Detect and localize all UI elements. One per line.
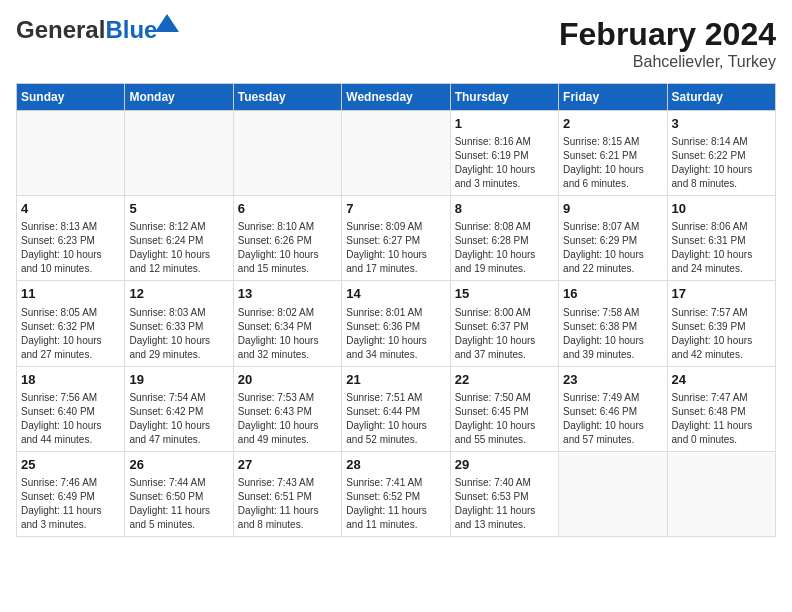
day-number: 10: [672, 200, 771, 218]
calendar-header-row: SundayMondayTuesdayWednesdayThursdayFrid…: [17, 84, 776, 111]
calendar-week-1: 4Sunrise: 8:13 AM Sunset: 6:23 PM Daylig…: [17, 196, 776, 281]
calendar-week-3: 18Sunrise: 7:56 AM Sunset: 6:40 PM Dayli…: [17, 366, 776, 451]
day-number: 3: [672, 115, 771, 133]
calendar-cell: 10Sunrise: 8:06 AM Sunset: 6:31 PM Dayli…: [667, 196, 775, 281]
calendar-cell: [233, 111, 341, 196]
day-info: Sunrise: 8:02 AM Sunset: 6:34 PM Dayligh…: [238, 306, 337, 362]
day-info: Sunrise: 8:01 AM Sunset: 6:36 PM Dayligh…: [346, 306, 445, 362]
calendar-cell: 19Sunrise: 7:54 AM Sunset: 6:42 PM Dayli…: [125, 366, 233, 451]
day-number: 2: [563, 115, 662, 133]
calendar-cell: 16Sunrise: 7:58 AM Sunset: 6:38 PM Dayli…: [559, 281, 667, 366]
calendar-cell: 5Sunrise: 8:12 AM Sunset: 6:24 PM Daylig…: [125, 196, 233, 281]
day-number: 5: [129, 200, 228, 218]
calendar-cell: 9Sunrise: 8:07 AM Sunset: 6:29 PM Daylig…: [559, 196, 667, 281]
calendar-cell: [125, 111, 233, 196]
day-number: 8: [455, 200, 554, 218]
day-info: Sunrise: 7:58 AM Sunset: 6:38 PM Dayligh…: [563, 306, 662, 362]
calendar-cell: 28Sunrise: 7:41 AM Sunset: 6:52 PM Dayli…: [342, 451, 450, 536]
calendar-cell: [342, 111, 450, 196]
day-info: Sunrise: 8:10 AM Sunset: 6:26 PM Dayligh…: [238, 220, 337, 276]
calendar-cell: 29Sunrise: 7:40 AM Sunset: 6:53 PM Dayli…: [450, 451, 558, 536]
calendar-table: SundayMondayTuesdayWednesdayThursdayFrid…: [16, 83, 776, 537]
calendar-cell: [17, 111, 125, 196]
calendar-cell: 3Sunrise: 8:14 AM Sunset: 6:22 PM Daylig…: [667, 111, 775, 196]
day-number: 20: [238, 371, 337, 389]
page-header: GeneralBlue February 2024 Bahcelievler, …: [16, 16, 776, 71]
calendar-cell: 2Sunrise: 8:15 AM Sunset: 6:21 PM Daylig…: [559, 111, 667, 196]
header-saturday: Saturday: [667, 84, 775, 111]
logo-arrow-icon: [155, 14, 179, 32]
day-info: Sunrise: 7:50 AM Sunset: 6:45 PM Dayligh…: [455, 391, 554, 447]
day-info: Sunrise: 7:43 AM Sunset: 6:51 PM Dayligh…: [238, 476, 337, 532]
day-number: 13: [238, 285, 337, 303]
calendar-week-2: 11Sunrise: 8:05 AM Sunset: 6:32 PM Dayli…: [17, 281, 776, 366]
day-info: Sunrise: 7:47 AM Sunset: 6:48 PM Dayligh…: [672, 391, 771, 447]
day-info: Sunrise: 8:03 AM Sunset: 6:33 PM Dayligh…: [129, 306, 228, 362]
day-info: Sunrise: 7:49 AM Sunset: 6:46 PM Dayligh…: [563, 391, 662, 447]
day-number: 4: [21, 200, 120, 218]
day-info: Sunrise: 7:44 AM Sunset: 6:50 PM Dayligh…: [129, 476, 228, 532]
day-info: Sunrise: 8:09 AM Sunset: 6:27 PM Dayligh…: [346, 220, 445, 276]
day-info: Sunrise: 8:15 AM Sunset: 6:21 PM Dayligh…: [563, 135, 662, 191]
calendar-cell: 4Sunrise: 8:13 AM Sunset: 6:23 PM Daylig…: [17, 196, 125, 281]
day-info: Sunrise: 8:06 AM Sunset: 6:31 PM Dayligh…: [672, 220, 771, 276]
calendar-cell: 23Sunrise: 7:49 AM Sunset: 6:46 PM Dayli…: [559, 366, 667, 451]
header-friday: Friday: [559, 84, 667, 111]
calendar-cell: 14Sunrise: 8:01 AM Sunset: 6:36 PM Dayli…: [342, 281, 450, 366]
day-info: Sunrise: 7:41 AM Sunset: 6:52 PM Dayligh…: [346, 476, 445, 532]
header-wednesday: Wednesday: [342, 84, 450, 111]
calendar-cell: [559, 451, 667, 536]
day-number: 6: [238, 200, 337, 218]
calendar-cell: 24Sunrise: 7:47 AM Sunset: 6:48 PM Dayli…: [667, 366, 775, 451]
calendar-cell: 27Sunrise: 7:43 AM Sunset: 6:51 PM Dayli…: [233, 451, 341, 536]
calendar-cell: 17Sunrise: 7:57 AM Sunset: 6:39 PM Dayli…: [667, 281, 775, 366]
day-info: Sunrise: 7:56 AM Sunset: 6:40 PM Dayligh…: [21, 391, 120, 447]
day-number: 21: [346, 371, 445, 389]
day-info: Sunrise: 7:54 AM Sunset: 6:42 PM Dayligh…: [129, 391, 228, 447]
calendar-cell: 13Sunrise: 8:02 AM Sunset: 6:34 PM Dayli…: [233, 281, 341, 366]
day-info: Sunrise: 8:00 AM Sunset: 6:37 PM Dayligh…: [455, 306, 554, 362]
calendar-cell: 1Sunrise: 8:16 AM Sunset: 6:19 PM Daylig…: [450, 111, 558, 196]
day-info: Sunrise: 8:13 AM Sunset: 6:23 PM Dayligh…: [21, 220, 120, 276]
calendar-cell: 6Sunrise: 8:10 AM Sunset: 6:26 PM Daylig…: [233, 196, 341, 281]
calendar-cell: 8Sunrise: 8:08 AM Sunset: 6:28 PM Daylig…: [450, 196, 558, 281]
day-info: Sunrise: 8:05 AM Sunset: 6:32 PM Dayligh…: [21, 306, 120, 362]
day-info: Sunrise: 7:46 AM Sunset: 6:49 PM Dayligh…: [21, 476, 120, 532]
day-info: Sunrise: 7:53 AM Sunset: 6:43 PM Dayligh…: [238, 391, 337, 447]
day-number: 24: [672, 371, 771, 389]
calendar-cell: 21Sunrise: 7:51 AM Sunset: 6:44 PM Dayli…: [342, 366, 450, 451]
calendar-week-4: 25Sunrise: 7:46 AM Sunset: 6:49 PM Dayli…: [17, 451, 776, 536]
calendar-cell: 18Sunrise: 7:56 AM Sunset: 6:40 PM Dayli…: [17, 366, 125, 451]
day-number: 23: [563, 371, 662, 389]
logo-text: GeneralBlue: [16, 16, 157, 43]
title-area: February 2024 Bahcelievler, Turkey: [559, 16, 776, 71]
calendar-cell: 7Sunrise: 8:09 AM Sunset: 6:27 PM Daylig…: [342, 196, 450, 281]
header-thursday: Thursday: [450, 84, 558, 111]
calendar-cell: 22Sunrise: 7:50 AM Sunset: 6:45 PM Dayli…: [450, 366, 558, 451]
day-number: 19: [129, 371, 228, 389]
day-number: 28: [346, 456, 445, 474]
day-number: 26: [129, 456, 228, 474]
day-number: 7: [346, 200, 445, 218]
day-info: Sunrise: 8:12 AM Sunset: 6:24 PM Dayligh…: [129, 220, 228, 276]
day-number: 27: [238, 456, 337, 474]
day-number: 29: [455, 456, 554, 474]
day-info: Sunrise: 8:16 AM Sunset: 6:19 PM Dayligh…: [455, 135, 554, 191]
day-number: 18: [21, 371, 120, 389]
day-number: 17: [672, 285, 771, 303]
calendar-cell: 11Sunrise: 8:05 AM Sunset: 6:32 PM Dayli…: [17, 281, 125, 366]
svg-marker-0: [155, 14, 179, 32]
calendar-cell: 26Sunrise: 7:44 AM Sunset: 6:50 PM Dayli…: [125, 451, 233, 536]
calendar-cell: 25Sunrise: 7:46 AM Sunset: 6:49 PM Dayli…: [17, 451, 125, 536]
day-info: Sunrise: 8:08 AM Sunset: 6:28 PM Dayligh…: [455, 220, 554, 276]
day-number: 1: [455, 115, 554, 133]
day-info: Sunrise: 8:14 AM Sunset: 6:22 PM Dayligh…: [672, 135, 771, 191]
day-number: 22: [455, 371, 554, 389]
header-sunday: Sunday: [17, 84, 125, 111]
header-tuesday: Tuesday: [233, 84, 341, 111]
calendar-cell: [667, 451, 775, 536]
calendar-week-0: 1Sunrise: 8:16 AM Sunset: 6:19 PM Daylig…: [17, 111, 776, 196]
logo: GeneralBlue: [16, 16, 157, 44]
day-number: 15: [455, 285, 554, 303]
day-info: Sunrise: 7:40 AM Sunset: 6:53 PM Dayligh…: [455, 476, 554, 532]
